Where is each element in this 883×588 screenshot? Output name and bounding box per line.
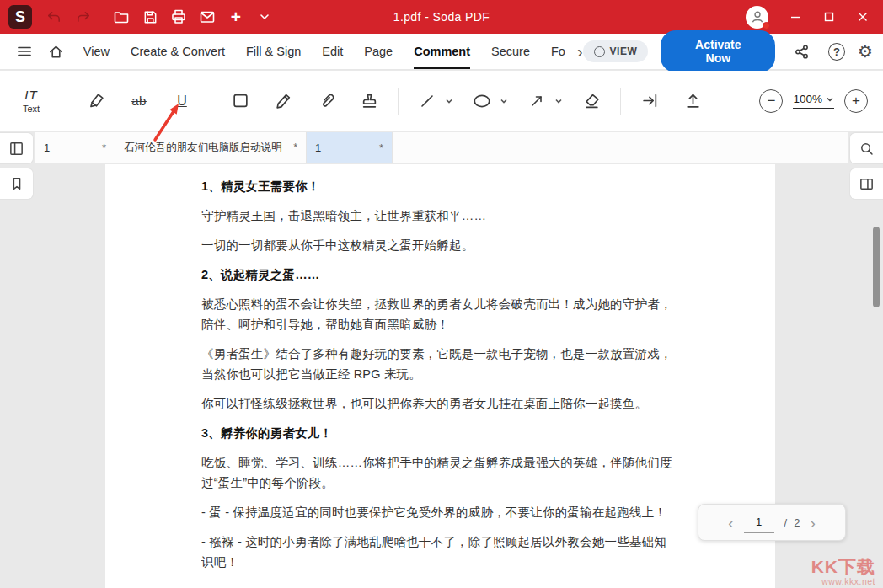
doc-paragraph: 吃饭、睡觉、学习、训练……你将把手中的精灵之蛋孵养成最强大的英雄，伴随他们度过“… <box>201 452 677 493</box>
attachment-tool-icon[interactable] <box>312 83 340 119</box>
hamburger-menu-icon[interactable] <box>10 34 38 69</box>
text-comment-tool[interactable]: IT Text <box>10 83 52 119</box>
print-icon[interactable] <box>165 4 192 29</box>
doc-paragraph: 守护精灵王国，击退黑暗领主，让世界重获和平…… <box>201 206 677 226</box>
doc-paragraph: 《勇者蛋生》结合了多种有趣好玩的要素，它既是一款电子宠物，也是一款放置游戏，当然… <box>201 344 677 384</box>
pdf-page[interactable]: 1、精灵女王需要你！ 守护精灵王国，击退黑暗领主，让世界重获和平…… 一切的一切… <box>105 164 775 588</box>
underline-tool[interactable]: U <box>168 83 196 119</box>
doc-heading: 2、说起精灵之蛋…… <box>201 265 677 285</box>
export-upload-tool-icon[interactable] <box>678 83 707 119</box>
vertical-scrollbar[interactable] <box>872 166 880 586</box>
toolbar-divider <box>67 88 67 115</box>
toolbar-divider <box>211 88 211 115</box>
doc-paragraph: 你可以打怪练级拯救世界，也可以把你养大的勇者女儿挂在桌面上陪你一起摸鱼。 <box>201 393 677 414</box>
save-icon[interactable] <box>136 4 163 29</box>
tab-label: 1 <box>315 142 321 154</box>
zoom-chevron-icon <box>826 95 834 104</box>
menubar: View Create & Convert Fill & Sign Edit P… <box>0 34 883 70</box>
document-viewport: 1、精灵女王需要你！ 守护精灵王国，击退黑暗领主，让世界重获和平…… 一切的一切… <box>0 164 883 588</box>
zoom-level-dropdown[interactable]: 100% <box>793 93 834 109</box>
share-icon[interactable] <box>788 44 816 60</box>
titlebar: S + 1.p <box>0 0 883 34</box>
page-thumbnails-panel-icon[interactable] <box>0 132 34 164</box>
doc-heading: 3、孵养你的勇者女儿！ <box>201 423 677 443</box>
toolbar-divider <box>620 88 621 115</box>
tab-modified-indicator: * <box>379 142 383 154</box>
open-folder-icon[interactable] <box>108 4 135 29</box>
comment-toolbar: IT Text ab U <box>0 71 883 131</box>
redo-icon[interactable] <box>69 4 96 29</box>
app-logo: S <box>8 5 32 29</box>
bookmarks-panel-icon[interactable] <box>0 168 34 200</box>
eraser-tool-icon[interactable] <box>577 83 606 119</box>
current-page-input[interactable] <box>744 512 774 533</box>
line-tool-chevron-icon[interactable] <box>445 97 453 105</box>
document-tab-active[interactable]: 1 * <box>307 132 393 163</box>
highlight-tool-icon[interactable] <box>82 83 110 119</box>
view-mode-toggle[interactable]: VIEW <box>583 40 649 62</box>
zoom-level-value: 100% <box>793 93 822 105</box>
pencil-tool-icon[interactable] <box>269 83 297 119</box>
minimize-button[interactable] <box>780 4 811 29</box>
menu-forms-truncated[interactable]: Fo <box>551 34 565 69</box>
doc-paragraph: 一切的一切都要从你手中这枚精灵之蛋开始孵起。 <box>201 235 677 255</box>
stamp-tool-icon[interactable] <box>355 83 383 119</box>
email-icon[interactable] <box>194 4 221 29</box>
snap-to-edge-tool-icon[interactable] <box>635 83 664 119</box>
document-tabs: 1 * 石河伦吾的朋友们电脑版启动说明 * 1 * <box>35 132 848 163</box>
zoom-out-button[interactable]: − <box>759 89 783 113</box>
menu-view[interactable]: View <box>83 34 110 69</box>
doc-paragraph: - 蛋 - 保持温度适宜的同时也要保护它免受外界的威胁，不要让你的蛋输在起跑线上… <box>201 502 677 522</box>
user-avatar[interactable] <box>746 6 768 29</box>
line-tool-icon[interactable] <box>413 83 442 119</box>
ellipse-tool-icon[interactable] <box>468 83 496 119</box>
watermark-title: KK下载 <box>811 557 875 576</box>
close-button[interactable] <box>848 4 878 29</box>
view-mode-icon <box>594 46 605 57</box>
watermark-url: www.kkx.net <box>811 576 875 586</box>
tab-label: 1 <box>44 142 50 154</box>
help-icon[interactable]: ? <box>828 43 845 61</box>
menu-secure[interactable]: Secure <box>491 34 530 69</box>
right-panel-strip <box>849 132 883 200</box>
left-panel-strip <box>0 132 34 200</box>
menu-comment[interactable]: Comment <box>414 34 470 69</box>
page-navigator: ‹ / 2 › <box>698 504 846 541</box>
document-tab[interactable]: 石河伦吾的朋友们电脑版启动说明 * <box>115 132 307 163</box>
notification-dot-icon <box>763 22 770 29</box>
menu-create-convert[interactable]: Create & Convert <box>131 34 225 69</box>
menu-page[interactable]: Page <box>364 34 393 69</box>
scrollbar-thumb[interactable] <box>873 227 880 307</box>
maximize-button[interactable] <box>814 4 844 29</box>
home-icon[interactable] <box>41 34 69 69</box>
new-document-icon[interactable]: + <box>222 4 249 29</box>
search-panel-icon[interactable] <box>849 132 883 164</box>
settings-gear-icon[interactable]: ⚙ <box>858 43 873 60</box>
zoom-in-button[interactable]: + <box>844 89 868 113</box>
arrow-tool-chevron-icon[interactable] <box>554 97 563 105</box>
tab-label: 石河伦吾的朋友们电脑版启动说明 <box>124 141 282 155</box>
tab-modified-indicator: * <box>293 142 297 153</box>
previous-page-button[interactable]: ‹ <box>728 515 733 531</box>
view-mode-label: VIEW <box>610 45 638 57</box>
window-title: 1.pdf - Soda PDF <box>393 10 490 24</box>
menu-fill-sign[interactable]: Fill & Sign <box>246 34 301 69</box>
toolbar-divider <box>398 88 399 115</box>
doc-paragraph: - 襁褓 - 这时的小勇者除了满地乱爬啥也干不了，除了照顾起居以外教会她一些基础… <box>201 532 677 572</box>
strikethrough-tool[interactable]: ab <box>125 83 153 119</box>
arrow-tool-icon[interactable] <box>522 83 551 119</box>
next-page-button[interactable]: › <box>810 515 815 531</box>
menu-overflow-chevron-icon[interactable]: › <box>577 34 583 69</box>
site-watermark: KK下载 www.kkx.net <box>811 557 875 586</box>
doc-paragraph: 被悉心照料的蛋不会让你失望，拯救世界的勇者女儿将会破壳而出！成为她的守护者，陪伴… <box>201 294 677 334</box>
menu-edit[interactable]: Edit <box>322 34 343 69</box>
activate-now-button[interactable]: Activate Now <box>661 30 775 72</box>
sticky-note-tool-icon[interactable] <box>226 83 254 119</box>
total-pages: 2 <box>794 516 800 529</box>
soda-pdf-window: S + 1.p <box>0 0 883 588</box>
ellipse-tool-chevron-icon[interactable] <box>500 97 508 105</box>
titlebar-chevron-down-icon[interactable] <box>251 4 278 29</box>
comments-panel-icon[interactable] <box>849 168 883 200</box>
document-tab[interactable]: 1 * <box>35 132 115 163</box>
undo-icon[interactable] <box>40 4 67 29</box>
